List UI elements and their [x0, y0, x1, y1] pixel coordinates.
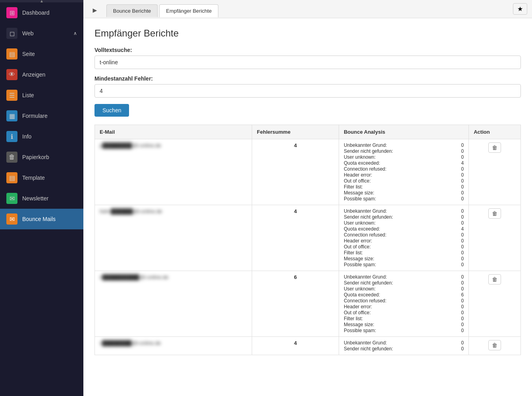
email-cell: d██████████@t-online.de — [95, 271, 252, 337]
tabs-bar: ► Bounce Berichte Empfänger Berichte ★ — [83, 0, 532, 18]
bounce-analysis-label: Out of office: — [344, 310, 426, 315]
bounce-analysis-label: Connection refused: — [344, 166, 426, 172]
fehlersumme-cell: 4 — [252, 139, 339, 205]
bounce-analysis-value: 0 — [429, 244, 464, 250]
papierkorb-icon: 🗑 — [6, 152, 17, 163]
sidebar-item-label-newsletter: Newsletter — [22, 195, 48, 202]
formulare-icon: ▦ — [6, 110, 17, 121]
col-fehlersumme: Fehlersumme — [252, 125, 339, 139]
bounce-analysis-label: Filter list: — [344, 316, 426, 321]
sidebar-item-template[interactable]: ▤Template — [0, 167, 83, 188]
table-row: p████████@t-online.de4Unbekannter Grund:… — [95, 139, 521, 205]
sidebar: ▲ ⊞Dashboard◻Web∧▤Seite👁Anzeigen☰Liste▦F… — [0, 0, 83, 396]
sidebar-item-web[interactable]: ◻Web∧ — [0, 23, 83, 44]
sidebar-item-label-anzeigen: Anzeigen — [22, 71, 45, 78]
bounce-analysis-label: Message size: — [344, 322, 426, 327]
bounce-analysis-value: 0 — [429, 208, 464, 214]
min-errors-input[interactable] — [94, 84, 521, 98]
bounce-analysis-value: 0 — [429, 274, 464, 280]
main-area: ► Bounce Berichte Empfänger Berichte ★ E… — [83, 0, 532, 396]
min-errors-group: Mindestanzahl Fehler: — [94, 75, 521, 98]
bounce-analysis-label: Header error: — [344, 172, 426, 178]
bounce-analysis-label: Sender nicht gefunden: — [344, 148, 426, 154]
col-bounce-analysis: Bounce Analysis — [339, 125, 468, 139]
bounce-analysis-cell: Unbekannter Grund:0Sender nicht gefunden… — [339, 205, 468, 271]
bounce-analysis-label: Unbekannter Grund: — [344, 274, 426, 280]
bounce-analysis-label: Connection refused: — [344, 298, 426, 304]
tab-bounce-berichte[interactable]: Bounce Berichte — [106, 4, 158, 17]
bounce-analysis-value: 4 — [429, 160, 464, 166]
sidebar-item-liste[interactable]: ☰Liste — [0, 85, 83, 106]
sidebar-item-dashboard[interactable]: ⊞Dashboard — [0, 2, 83, 23]
bounce-analysis-value: 0 — [429, 322, 464, 327]
bounce-analysis-value: 0 — [429, 304, 464, 309]
page-title: Empfänger Berichte — [94, 28, 521, 39]
delete-button[interactable]: 🗑 — [488, 208, 501, 219]
bounce-analysis-label: Header error: — [344, 304, 426, 309]
bounce-analysis-value: 0 — [429, 328, 464, 333]
delete-button[interactable]: 🗑 — [488, 274, 501, 285]
bounce-analysis-cell: Unbekannter Grund:0Sender nicht gefunden… — [339, 139, 468, 205]
fehlersumme-cell: 4 — [252, 205, 339, 271]
sidebar-item-label-info: Info — [22, 133, 31, 140]
sidebar-item-info[interactable]: ℹInfo — [0, 126, 83, 147]
search-button[interactable]: Suchen — [94, 104, 129, 117]
sidebar-toggle-button[interactable]: ► — [88, 5, 102, 16]
fehlersumme-cell: 6 — [252, 271, 339, 337]
sidebar-item-anzeigen[interactable]: 👁Anzeigen — [0, 64, 83, 85]
bounce-analysis-label: Sender nicht gefunden: — [344, 280, 426, 286]
col-action: Action — [469, 125, 521, 139]
tab-empfaenger-berichte[interactable]: Empfänger Berichte — [159, 4, 218, 17]
favorite-button[interactable]: ★ — [513, 3, 527, 15]
sidebar-item-label-seite: Seite — [22, 51, 35, 57]
bounce-analysis-label: Message size: — [344, 256, 426, 261]
col-email: E-Mail — [95, 125, 252, 139]
bounce-analysis-value: 0 — [429, 172, 464, 178]
bounce-analysis-value: 0 — [429, 220, 464, 226]
bounce-analysis-label: Unbekannter Grund: — [344, 340, 426, 346]
bounce-analysis-value: 0 — [429, 250, 464, 256]
table-header-row: E-Mail Fehlersumme Bounce Analysis Actio… — [95, 125, 521, 139]
sidebar-item-papierkorb[interactable]: 🗑Papierkorb — [0, 147, 83, 167]
email-value: p████████@t-online.de — [100, 142, 161, 148]
bounce-analysis-value: 0 — [429, 184, 464, 190]
fulltext-input[interactable] — [94, 56, 521, 69]
sidebar-item-formulare[interactable]: ▦Formulare — [0, 106, 83, 126]
sidebar-item-newsletter[interactable]: ✉Newsletter — [0, 188, 83, 209]
bounce-analysis-value: 0 — [429, 190, 464, 196]
bounce-analysis-value: 0 — [429, 154, 464, 160]
bounce-analysis-value: 0 — [429, 166, 464, 172]
bounce-analysis-label: User unknown: — [344, 220, 426, 226]
delete-button[interactable]: 🗑 — [488, 142, 501, 153]
fulltext-search-group: Volltextsuche: — [94, 47, 521, 69]
chevron-down-icon: ∧ — [73, 31, 77, 36]
bounce-analysis-value: 0 — [429, 232, 464, 238]
bounce-analysis-value: 0 — [429, 286, 464, 292]
bounce-mails-icon: ✉ — [6, 213, 17, 225]
bounce-analysis-label: Possible spam: — [344, 262, 426, 267]
bounce-analysis-cell: Unbekannter Grund:0Sender nicht gefunden… — [339, 337, 468, 355]
bounce-analysis-value: 0 — [429, 238, 464, 244]
bounce-analysis-value: 0 — [429, 310, 464, 315]
anzeigen-icon: 👁 — [6, 69, 17, 80]
bounce-analysis-label: Unbekannter Grund: — [344, 142, 426, 148]
bounce-analysis-label: Quota exceeded: — [344, 226, 426, 232]
email-cell: p████████@t-online.de — [95, 139, 252, 205]
sidebar-item-seite[interactable]: ▤Seite — [0, 44, 83, 64]
template-icon: ▤ — [6, 172, 17, 183]
bounce-analysis-value: 4 — [429, 226, 464, 232]
table-row: d██████████@t-online.de6Unbekannter Grun… — [95, 271, 521, 337]
bounce-analysis-label: Header error: — [344, 238, 426, 244]
bounce-analysis-label: Sender nicht gefunden: — [344, 214, 426, 220]
bounce-analysis-value: 0 — [429, 280, 464, 286]
action-cell: 🗑 — [469, 337, 521, 355]
sidebar-item-label-formulare: Formulare — [22, 113, 48, 119]
results-table: E-Mail Fehlersumme Bounce Analysis Actio… — [94, 125, 521, 355]
bounce-analysis-cell: Unbekannter Grund:0Sender nicht gefunden… — [339, 271, 468, 337]
bounce-analysis-value: 0 — [429, 316, 464, 321]
sidebar-item-bounce-mails[interactable]: ✉Bounce Mails — [0, 209, 83, 229]
email-value: helm██████@t-online.de — [100, 208, 162, 214]
bounce-analysis-label: Out of office: — [344, 178, 426, 184]
delete-button[interactable]: 🗑 — [488, 340, 501, 350]
email-cell: v████████@t-online.de — [95, 337, 252, 355]
